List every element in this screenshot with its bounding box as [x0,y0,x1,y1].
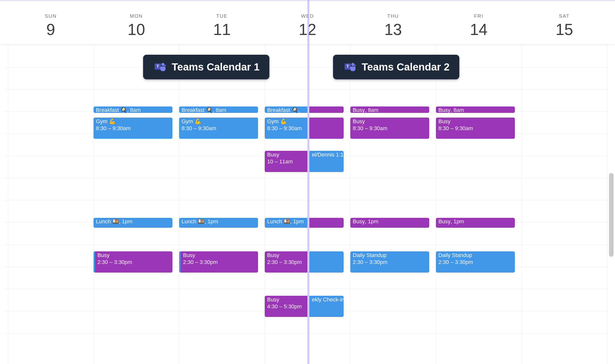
event-title: Lunch 🍱 [182,218,205,225]
event-time: , 1pm [365,218,378,225]
event-busy-430-wed[interactable]: Busy 4:30 – 5:30pm [265,296,307,317]
event-checkin-wed-right[interactable]: ekly Check-in [309,296,344,317]
event-breakfast-tue[interactable]: Breakfast 🍳, 8am [179,106,258,113]
event-title: Breakfast 🍳 [96,107,127,113]
event-lunch-tue[interactable]: Lunch 🍱, 1pm [179,218,258,228]
teams-icon: T [153,60,168,74]
event-title: Breakfast 🍳 [182,107,213,113]
calendar-grid-body[interactable]: T Teams Calendar 1 T Teams Calendar 2 Br… [0,45,615,364]
day-of-week-label: MON [93,13,179,19]
event-title: Daily Standup [438,252,512,259]
day-gridline [8,45,8,364]
event-time: , 1pm [450,218,464,225]
event-time: , 8am [213,107,226,113]
svg-text:T: T [157,64,159,69]
event-busy-230-tue[interactable]: Busy 2:30 – 3:30pm [179,251,258,273]
event-title: Busy [353,118,427,125]
day-header-fri[interactable]: FRI 14 [436,5,522,45]
hour-gridline [4,333,608,333]
day-gridline [436,45,436,364]
event-busy-1-fri[interactable]: Busy, 1pm [436,218,515,228]
event-time: , 1pm [205,218,218,225]
event-time: 2:30 – 3:30pm [438,259,512,266]
day-header-thu[interactable]: THU 13 [350,5,436,45]
svg-point-7 [354,65,356,67]
event-title: Lunch 🍱 [267,218,290,225]
day-header-sun[interactable]: SUN 9 [8,5,93,45]
vertical-scrollbar-thumb[interactable] [609,173,614,257]
event-lunch-wed[interactable]: Lunch 🍱, 1pm [265,218,307,228]
event-lunch-mon[interactable]: Lunch 🍱, 1pm [93,218,172,228]
event-busy-1-thu[interactable]: Busy, 1pm [350,218,429,228]
event-busy-230-wed[interactable]: Busy 2:30 – 3:30pm [265,251,307,273]
region-label-2: T Teams Calendar 2 [333,55,459,79]
event-title: Busy [183,252,256,259]
event-title: Lunch 🍱 [96,218,119,225]
event-standup-wed-right[interactable] [309,251,344,273]
day-number: 11 [179,20,265,39]
hour-gridline [4,178,608,178]
event-time: 8:30 – 9:30am [96,125,170,132]
event-busy-10-wed[interactable]: Busy 10 – 11am [265,151,307,172]
day-gridline [179,45,179,364]
calendar-week-view: SUN 9 MON 10 TUE 11 WED 12 THU 13 FRI 14… [0,5,615,364]
day-gridline [93,45,94,364]
event-gym-wed-right[interactable] [309,118,344,139]
event-busy-8-fri[interactable]: Busy, 8am [436,106,515,113]
event-title: Daily Standup [353,252,427,259]
event-title: Busy [438,107,450,113]
svg-text:T: T [347,64,349,69]
event-title: Gym 💪 [267,118,305,125]
day-of-week-label: THU [350,13,436,19]
day-header-tue[interactable]: TUE 11 [179,5,265,45]
event-busy-8-thu[interactable]: Busy, 8am [350,106,429,113]
event-busy-830-fri[interactable]: Busy 8:30 – 9:30am [436,118,515,139]
event-title: Busy [267,296,305,303]
day-gridline [350,45,351,364]
event-breakfast-mon[interactable]: Breakfast 🍳, 8am [93,106,172,113]
event-standup-fri[interactable]: Daily Standup 2:30 – 3:30pm [436,251,515,273]
day-header-mon[interactable]: MON 10 [93,5,179,45]
event-time: , 1pm [119,218,132,225]
hour-gridline [4,89,608,89]
day-header-sat[interactable]: SAT 15 [522,5,607,45]
event-busy-830-thu[interactable]: Busy 8:30 – 9:30am [350,118,429,139]
region-label-1: T Teams Calendar 1 [143,55,269,79]
event-title: Busy [267,151,305,158]
day-gridline [522,45,522,364]
hour-gridline [4,67,608,67]
event-title: Busy [267,252,305,259]
event-time: 10 – 11am [267,158,305,165]
event-time: 8:30 – 9:30am [353,125,427,132]
event-time: , 8am [127,107,141,113]
day-of-week-label: TUE [179,13,265,19]
event-lunch-wed-right[interactable] [309,218,344,228]
header-gutter-left [0,5,8,45]
event-time: 8:30 – 9:30am [182,125,256,132]
event-time: 2:30 – 3:30pm [183,259,256,266]
header-gutter-right [607,5,615,45]
event-standup-thu[interactable]: Daily Standup 2:30 – 3:30pm [350,251,429,273]
event-title-fragment: ekly Check-in [312,296,341,303]
day-number: 10 [93,20,179,39]
event-title: Busy [438,218,450,225]
event-title: Busy [353,107,365,113]
event-gym-wed[interactable]: Gym 💪 8:30 – 9:30am [265,118,307,139]
event-busy-230-mon[interactable]: Busy 2:30 – 3:30pm [93,251,172,273]
event-title: Gym 💪 [96,118,170,125]
region-split-divider [307,0,309,364]
teams-icon: T [343,60,358,74]
region-label-text: Teams Calendar 1 [172,61,260,73]
hour-gridline [4,45,608,45]
svg-point-3 [164,65,166,67]
day-of-week-label: SAT [522,13,607,19]
event-time: 8:30 – 9:30am [438,125,512,132]
event-gym-mon[interactable]: Gym 💪 8:30 – 9:30am [93,118,172,139]
day-number: 13 [350,20,436,39]
day-number: 15 [522,20,607,39]
day-number: 9 [8,20,93,39]
event-oneonone-wed-right[interactable]: el/Dennis 1:1 [309,151,344,172]
event-gym-tue[interactable]: Gym 💪 8:30 – 9:30am [179,118,258,139]
event-breakfast-wed[interactable]: Breakfast 🍳, 8am [265,106,307,113]
event-breakfast-wed-right[interactable] [309,106,344,113]
